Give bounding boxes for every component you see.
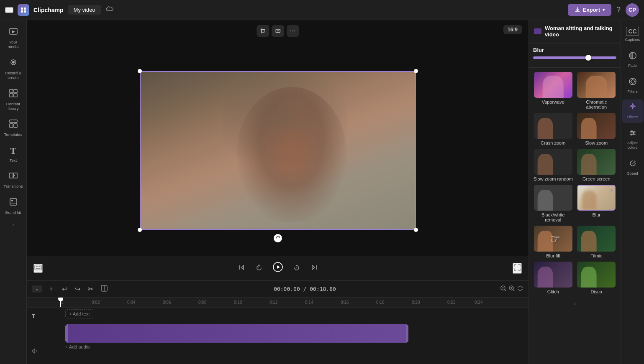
timeline-expand-button[interactable] [517, 285, 523, 293]
skip-back-button[interactable] [236, 262, 247, 275]
svg-text:5: 5 [295, 266, 297, 269]
effect-label-crash-zoom: Crash zoom [541, 140, 565, 145]
svg-rect-1 [24, 8, 26, 10]
far-sidebar-item-captions[interactable]: CC Captions [622, 23, 644, 46]
far-sidebar-item-effects[interactable]: Effects [622, 99, 644, 123]
video-container[interactable] [140, 71, 416, 230]
effect-label-blur: Blur [592, 212, 600, 217]
effect-label-glitch: Glitch [547, 289, 559, 294]
rotation-handle[interactable] [274, 234, 282, 242]
corner-handle-br[interactable] [414, 228, 418, 232]
fullscreen-button[interactable] [513, 263, 522, 274]
fit-screen-button[interactable] [272, 25, 284, 37]
forward-5s-button[interactable]: 5 [291, 262, 302, 275]
track-right-handle[interactable] [406, 324, 408, 343]
sidebar-collapse-chevron[interactable]: › [13, 221, 14, 227]
add-audio-button[interactable]: + Add audio [65, 344, 90, 349]
svg-rect-9 [10, 94, 13, 97]
timeline-collapse-button[interactable]: ⌄ [32, 285, 42, 293]
scroll-down-button[interactable]: › [574, 300, 576, 307]
corner-handle-tr[interactable] [414, 69, 418, 73]
effects-grid: Vaporwave Chromatic aberration Crash zoo… [529, 68, 621, 298]
add-text-button[interactable]: + Add text [65, 309, 93, 318]
effect-green-screen[interactable]: Green screen [577, 149, 617, 181]
zoom-out-button[interactable] [500, 285, 507, 293]
svg-rect-12 [10, 124, 13, 127]
sidebar-item-content-library[interactable]: Content library [1, 85, 26, 115]
skip-forward-button[interactable] [309, 262, 320, 275]
hamburger-menu[interactable] [5, 7, 13, 13]
video-track-content[interactable] [65, 324, 523, 343]
sidebar-item-templates[interactable]: Templates [1, 116, 26, 140]
far-sidebar-label-adjust-colors: Adjust colors [623, 141, 642, 150]
right-panel-title: Woman sitting and talking video [545, 25, 616, 38]
effect-blur[interactable]: ≡ Blur [577, 185, 617, 222]
effect-slow-zoom-random[interactable]: Slow zoom random [533, 149, 573, 181]
sidebar-item-text[interactable]: T Text [1, 142, 26, 166]
effect-label-slow-zoom-random: Slow zoom random [534, 176, 573, 181]
topbar-right: Export ▾ ? CP [568, 3, 639, 17]
far-sidebar-item-fade[interactable]: Fade [622, 48, 644, 71]
track-left-handle[interactable] [65, 324, 68, 343]
more-options-button[interactable]: ··· [287, 25, 299, 37]
timeline-toolbar: ⌄ ＋ ↩ ↪ ✂ 00:00.00 / 00:18.80 [27, 281, 529, 298]
svg-rect-18 [276, 29, 280, 33]
effect-label-slow-zoom: Slow zoom [585, 140, 608, 145]
audio-track-content: + Add audio [65, 344, 523, 358]
redo-button[interactable]: ↪ [73, 284, 82, 294]
effect-crash-zoom[interactable]: Crash zoom [533, 113, 573, 145]
far-sidebar-label-filters: Filters [627, 89, 638, 94]
svg-rect-17 [262, 30, 264, 32]
effect-bw-removal[interactable]: Black/white removal [533, 185, 573, 222]
blur-slider-thumb[interactable] [585, 55, 591, 61]
effect-glitch[interactable]: Glitch [533, 262, 573, 294]
corner-handle-bl[interactable] [138, 228, 142, 232]
svg-point-35 [631, 134, 632, 135]
cloud-sync-button[interactable] [105, 5, 114, 14]
crop-tool-button[interactable] [257, 25, 269, 37]
video-frame [140, 71, 416, 230]
text-track-content: + Add text [65, 309, 523, 323]
effects-icon [629, 103, 637, 113]
adjust-colors-icon [629, 129, 637, 139]
text-icon: T [10, 145, 16, 156]
rewind-5s-button[interactable]: 5 [254, 262, 264, 275]
transitions-icon [9, 171, 18, 182]
far-sidebar-item-speed[interactable]: Speed [622, 156, 644, 179]
effect-filmic[interactable]: Filmic [577, 226, 617, 258]
sidebar-item-brand-kit[interactable]: Brand kit [1, 194, 26, 218]
effect-slow-zoom[interactable]: Slow zoom [577, 113, 617, 145]
effect-disco[interactable]: Disco [577, 262, 617, 294]
svg-rect-2 [21, 10, 23, 13]
zoom-in-button[interactable] [508, 285, 515, 293]
cut-button[interactable]: ✂ [86, 284, 95, 294]
active-tab[interactable]: My video [68, 5, 101, 15]
sidebar-item-transitions[interactable]: Transitions [1, 168, 26, 192]
export-chevron-icon: ▾ [603, 8, 605, 12]
undo-button[interactable]: ↩ [60, 284, 69, 294]
subtitle-toggle-button[interactable] [33, 264, 43, 273]
your-media-icon [9, 27, 18, 38]
sidebar-item-record-create[interactable]: Record & create [1, 54, 26, 84]
avatar[interactable]: CP [626, 3, 639, 17]
svg-point-32 [632, 106, 633, 107]
effect-vaporwave[interactable]: Vaporwave [533, 72, 573, 109]
far-sidebar-item-filters[interactable]: Filters [622, 74, 644, 97]
far-sidebar-item-adjust-colors[interactable]: Adjust colors [622, 125, 644, 153]
main-content: Your media Record & create Content libra… [0, 20, 644, 364]
help-button[interactable]: ? [616, 5, 621, 14]
split-button[interactable] [99, 284, 110, 295]
video-track-row [32, 324, 523, 343]
effect-label-bw-removal: Black/white removal [533, 212, 573, 222]
sidebar-label-content-library: Content library [4, 102, 23, 111]
export-button[interactable]: Export ▾ [568, 4, 611, 16]
effect-chromatic[interactable]: Chromatic aberration [577, 72, 617, 109]
video-track-clip[interactable] [65, 324, 408, 343]
play-pause-button[interactable] [271, 260, 285, 276]
sidebar-item-your-media[interactable]: Your media [1, 23, 26, 53]
add-item-button[interactable]: ＋ [46, 283, 56, 295]
effect-blur-fill[interactable]: ☞ ◀ ▶ Blur fill [533, 226, 573, 258]
svg-rect-14 [10, 199, 17, 205]
corner-handle-tl[interactable] [138, 69, 142, 73]
far-sidebar-label-effects: Effects [627, 115, 638, 120]
